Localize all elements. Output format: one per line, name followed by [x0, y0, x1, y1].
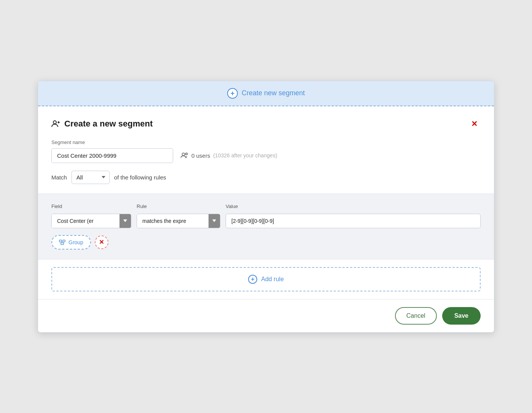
modal-container: + Create new segment Create a new segmen… — [38, 81, 494, 333]
match-row: Match All Any of the following rules — [51, 171, 481, 194]
segment-name-input[interactable] — [51, 148, 173, 163]
modal-footer: Cancel Save — [38, 299, 494, 332]
rule-field-select-wrapper: Cost Center (er — [51, 214, 131, 228]
rule-operator-group: matches the expre — [137, 214, 220, 228]
segment-name-section: Segment name 0 users (10326 after your c… — [51, 139, 481, 163]
users-icon — [181, 152, 188, 158]
rule-field-text: Cost Center (er — [52, 214, 119, 228]
group-label: Group — [68, 239, 83, 245]
segment-name-label: Segment name — [51, 139, 481, 145]
field-label: Field — [51, 203, 131, 209]
value-column-header: Value — [226, 203, 481, 212]
users-info: 0 users (10326 after your changes) — [181, 152, 277, 159]
add-rule-section: + Add rule — [38, 259, 494, 299]
banner-label: Create new segment — [242, 89, 305, 97]
field-column-header: Field — [51, 203, 131, 212]
rule-field-dropdown-btn[interactable] — [119, 214, 131, 228]
group-icon — [59, 240, 66, 245]
create-new-segment-banner[interactable]: + Create new segment — [38, 81, 494, 106]
svg-rect-6 — [63, 240, 65, 242]
chevron-down-icon — [123, 219, 127, 222]
rule-operator-select-wrapper: matches the expre — [137, 214, 220, 228]
users-count: 0 users — [191, 152, 210, 159]
delete-icon: ✕ — [99, 239, 104, 246]
segment-name-row: 0 users (10326 after your changes) — [51, 148, 481, 163]
rule-row: Cost Center (er matches the expre — [51, 214, 481, 228]
delete-rule-button[interactable]: ✕ — [95, 235, 108, 249]
banner-plus-icon: + — [227, 88, 238, 99]
modal-body: Create a new segment ✕ Segment name 0 us… — [38, 106, 494, 194]
svg-point-0 — [53, 121, 56, 124]
close-button[interactable]: ✕ — [468, 118, 481, 130]
cancel-button[interactable]: Cancel — [395, 307, 437, 325]
add-user-icon — [51, 120, 60, 128]
users-after-changes: (10326 after your changes) — [213, 152, 277, 158]
svg-rect-5 — [59, 240, 62, 242]
modal-header: Create a new segment ✕ — [51, 118, 481, 130]
save-button[interactable]: Save — [442, 307, 481, 325]
rule-operator-text: matches the expre — [137, 214, 209, 228]
match-suffix: of the following rules — [114, 174, 166, 181]
svg-point-3 — [182, 153, 185, 156]
svg-point-4 — [186, 153, 188, 155]
value-label: Value — [226, 203, 481, 209]
rules-section: Field Rule Value Cost Center (er — [38, 194, 494, 259]
rule-column-headers: Field Rule Value — [51, 203, 481, 212]
rule-value-input[interactable] — [226, 214, 481, 228]
rule-field-group: Cost Center (er — [51, 214, 131, 228]
rule-actions: Group ✕ — [51, 235, 481, 250]
rule-column-header: Rule — [137, 203, 220, 212]
svg-rect-7 — [61, 243, 64, 245]
rule-value-group — [226, 214, 481, 228]
chevron-down-icon-2 — [212, 219, 216, 222]
modal-title: Create a new segment — [51, 119, 153, 129]
group-button[interactable]: Group — [51, 235, 91, 250]
rule-operator-dropdown-btn[interactable] — [209, 214, 220, 228]
rule-label: Rule — [137, 203, 220, 209]
match-select[interactable]: All Any — [72, 171, 110, 184]
match-prefix: Match — [51, 174, 67, 181]
add-rule-icon: + — [248, 275, 257, 284]
add-rule-button[interactable]: + Add rule — [51, 267, 481, 291]
add-rule-label: Add rule — [261, 276, 284, 283]
